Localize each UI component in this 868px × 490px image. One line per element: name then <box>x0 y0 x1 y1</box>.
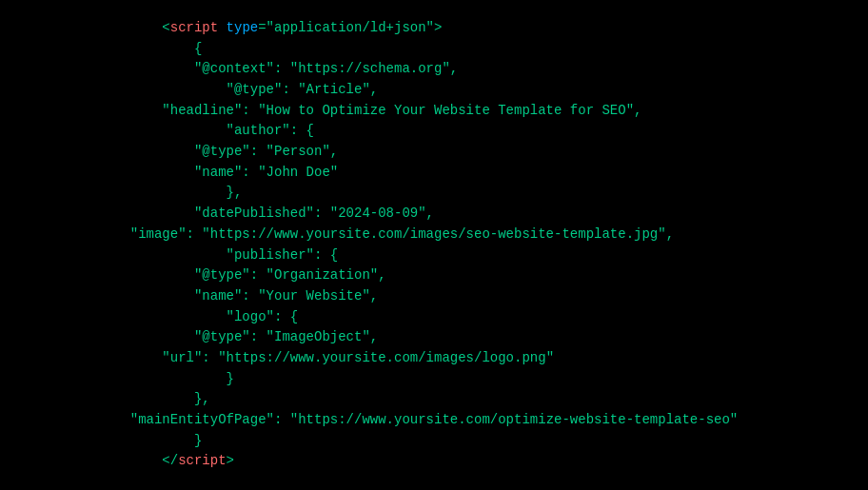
code-token: "How to Optimize Your Website Template f… <box>258 103 634 118</box>
code-token: script <box>170 20 218 35</box>
code-line: }, <box>130 389 739 410</box>
code-token: , <box>330 144 338 159</box>
code-token: , <box>370 82 378 97</box>
code-line: }, <box>130 183 739 204</box>
code-token: } <box>130 433 203 448</box>
code-token: "John Doe" <box>258 165 338 180</box>
code-token: "@context" <box>130 61 274 76</box>
code-token: }, <box>130 185 243 200</box>
code-line: "@context": "https://schema.org", <box>130 59 739 80</box>
code-token: </ <box>130 453 178 468</box>
code-token: script <box>178 453 226 468</box>
code-token: "@type" <box>130 144 250 159</box>
code-token: "2024-08-09" <box>330 206 426 221</box>
code-line: "url": "https://www.yoursite.com/images/… <box>130 348 739 369</box>
code-token: "author" <box>130 123 290 138</box>
code-token: : <box>202 350 218 365</box>
code-line: { <box>130 39 739 60</box>
code-line: "@type": "ImageObject", <box>130 327 739 348</box>
code-token: , <box>666 226 674 242</box>
code-token: : { <box>290 123 314 138</box>
code-token: type <box>218 20 258 35</box>
code-token: "datePublished" <box>130 206 314 221</box>
code-token: > <box>227 453 234 468</box>
code-token: : <box>282 82 298 97</box>
code-token: "https://schema.org" <box>290 61 450 76</box>
code-token: : <box>187 226 203 242</box>
code-token: : <box>250 267 266 283</box>
code-token: "Person" <box>266 144 330 159</box>
code-line: <script type="application/ld+json"> <box>130 18 739 39</box>
code-token: } <box>130 371 234 386</box>
code-token: "name" <box>130 288 243 304</box>
code-token: > <box>434 20 442 35</box>
code-token: , <box>450 61 458 76</box>
code-token: : <box>314 206 330 221</box>
code-token: : <box>274 61 290 76</box>
code-token: "application/ld+json" <box>266 20 434 35</box>
code-token: { <box>130 41 203 56</box>
code-token: : <box>250 144 266 159</box>
code-token: < <box>130 20 170 35</box>
code-token: "@type" <box>130 329 250 344</box>
code-line: "datePublished": "2024-08-09", <box>130 204 739 225</box>
code-line: "name": "John Doe" <box>130 163 739 184</box>
code-display: <script type="application/ld+json"> { "@… <box>130 0 739 490</box>
code-token: "ImageObject" <box>266 329 370 344</box>
code-token: "logo" <box>130 309 274 324</box>
code-token: "image" <box>130 226 187 242</box>
code-token: "url" <box>130 350 203 365</box>
code-line: "image": "https://www.yoursite.com/image… <box>130 225 739 245</box>
code-line: "@type": "Article", <box>130 80 739 101</box>
code-token: "Organization" <box>266 267 379 283</box>
code-token: , <box>370 329 378 344</box>
code-token: }, <box>130 391 210 406</box>
code-line: } <box>130 431 739 452</box>
code-token: : { <box>274 309 298 324</box>
code-token: "https://www.yoursite.com/optimize-websi… <box>290 412 738 427</box>
code-token: , <box>378 267 385 283</box>
code-token: "headline" <box>130 103 243 118</box>
code-token: = <box>258 20 266 35</box>
code-line: "logo": { <box>130 307 739 328</box>
code-token: : <box>242 103 258 118</box>
code-token: , <box>634 103 641 118</box>
code-line: "publisher": { <box>130 245 739 266</box>
code-line: "@type": "Organization", <box>130 265 739 286</box>
code-token: : <box>274 412 290 427</box>
code-token: "@type" <box>130 267 250 283</box>
code-token: , <box>370 288 378 304</box>
code-token: : <box>242 165 258 180</box>
code-token: "Your Website" <box>258 288 370 304</box>
code-token: : <box>242 288 258 304</box>
code-line: "author": { <box>130 121 739 142</box>
code-token: "publisher" <box>130 247 314 263</box>
code-token: "Article" <box>298 82 370 97</box>
code-token: : <box>250 329 266 344</box>
code-token: "mainEntityOfPage" <box>130 412 274 427</box>
code-token: "@type" <box>130 82 283 97</box>
code-token: : { <box>314 247 338 263</box>
code-line: "headline": "How to Optimize Your Websit… <box>130 101 739 122</box>
code-line: "@type": "Person", <box>130 142 739 163</box>
code-line: </script> <box>130 451 739 472</box>
code-token: "https://www.yoursite.com/images/seo-web… <box>202 226 665 242</box>
code-line: "mainEntityOfPage": "https://www.yoursit… <box>130 410 739 431</box>
code-token: "name" <box>130 165 243 180</box>
code-token: "https://www.yoursite.com/images/logo.pn… <box>218 350 554 365</box>
code-line: } <box>130 369 739 390</box>
code-line: "name": "Your Website", <box>130 286 739 307</box>
code-token: , <box>426 206 434 221</box>
